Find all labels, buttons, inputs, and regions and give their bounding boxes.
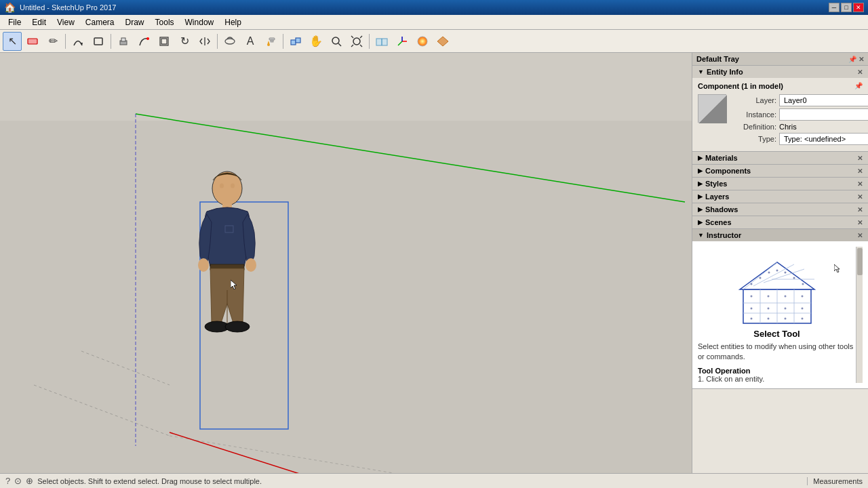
instructor-header[interactable]: ▼ Instructor ✕ [692, 229, 868, 241]
entity-definition-label: Definition: [732, 123, 779, 131]
zoom-tool-button[interactable] [327, 32, 346, 51]
main-area: Default Tray 📌 ✕ ▼ Entity Info ✕ Compone… [0, 53, 868, 473]
menu-file[interactable]: File [3, 16, 26, 28]
entity-layer-label: Layer: [732, 96, 779, 104]
svg-point-66 [784, 308, 786, 310]
svg-point-75 [784, 272, 786, 274]
svg-line-24 [398, 41, 402, 45]
svg-rect-4 [121, 38, 125, 41]
materials-header[interactable]: ▶ Materials ✕ [692, 152, 868, 164]
tray-title: Default Tray [696, 55, 739, 63]
menu-camera[interactable]: Camera [80, 16, 120, 28]
human-figure [183, 168, 271, 397]
followme-tool-button[interactable] [134, 32, 153, 51]
flip-tool-button[interactable] [195, 32, 214, 51]
svg-rect-11 [291, 40, 296, 45]
menu-tools[interactable]: Tools [150, 16, 180, 28]
entity-info-header[interactable]: ▼ Entity Info ✕ [692, 66, 868, 78]
statusbar-left: ? ⊙ ⊕ Select objects. Shift to extend se… [5, 476, 262, 486]
tray-close-icon[interactable]: ✕ [859, 56, 864, 63]
status-info-icon[interactable]: ? [5, 476, 10, 486]
orbit-tool-button[interactable] [220, 32, 239, 51]
svg-line-16 [351, 36, 353, 38]
entity-info-close-icon[interactable]: ✕ [857, 68, 863, 76]
instructor-close-icon[interactable]: ✕ [857, 232, 863, 239]
styles-header[interactable]: ▶ Styles ✕ [692, 178, 868, 190]
svg-marker-50 [740, 262, 814, 289]
select-tool-button[interactable]: ↖ [3, 32, 22, 51]
scenes-header[interactable]: ▶ Scenes ✕ [692, 216, 868, 228]
entity-pin-icon[interactable]: 📌 [854, 82, 863, 90]
hand-tool-button[interactable]: ✋ [307, 32, 326, 51]
rotate-tool-button[interactable]: ↻ [175, 32, 194, 51]
svg-point-15 [353, 38, 360, 45]
pencil-tool-button[interactable]: ✏ [43, 32, 62, 51]
entity-type-select[interactable]: Type: <undefined> [779, 133, 868, 145]
entity-instance-row: Instance: [732, 108, 868, 121]
text-tool-button[interactable]: A [241, 32, 260, 51]
layers-arrow-icon: ▶ [698, 193, 703, 200]
close-button[interactable]: ✕ [853, 3, 864, 12]
scrollbar-thumb[interactable] [857, 248, 863, 275]
status-geo-icon[interactable]: ⊙ [14, 476, 22, 486]
menubar: File Edit View Camera Draw Tools Window … [0, 15, 868, 30]
menu-window[interactable]: Window [180, 16, 220, 28]
right-panel-scrollbar[interactable] [856, 247, 863, 383]
viewport[interactable] [0, 53, 692, 473]
maximize-button[interactable]: □ [841, 3, 852, 12]
svg-point-65 [767, 308, 769, 310]
section-plane-button[interactable] [372, 32, 391, 51]
components-close-icon[interactable]: ✕ [857, 167, 863, 175]
window-controls: ─ □ ✕ [829, 3, 864, 12]
shadows-section: ▶ Shadows ✕ [692, 203, 868, 216]
styles-close-icon[interactable]: ✕ [857, 180, 863, 188]
instructor-arrow-icon: ▼ [698, 232, 704, 239]
minimize-button[interactable]: ─ [829, 3, 840, 12]
status-location-icon[interactable]: ⊕ [26, 476, 33, 486]
entity-definition-row: Definition: Chris [732, 123, 868, 131]
layers-close-icon[interactable]: ✕ [857, 193, 863, 201]
shadows-header[interactable]: ▶ Shadows ✕ [692, 203, 868, 216]
offset-tool-button[interactable] [155, 32, 174, 51]
arc-tool-button[interactable] [68, 32, 87, 51]
menu-edit[interactable]: Edit [26, 16, 52, 28]
svg-point-70 [784, 318, 786, 320]
statusbar-text: Select objects. Shift to extend select. … [37, 477, 262, 485]
shape-tool-button[interactable] [89, 32, 108, 51]
tray-pin-icon[interactable]: 📌 [848, 56, 856, 63]
menu-draw[interactable]: Draw [120, 16, 150, 28]
layers-header[interactable]: ▶ Layers ✕ [692, 190, 868, 203]
zoom-extents-button[interactable] [347, 32, 366, 51]
components-label: Components [705, 167, 751, 175]
pushpull-tool-button[interactable] [114, 32, 133, 51]
toolbar-sep-5 [369, 34, 370, 49]
entity-instance-input[interactable] [779, 108, 868, 121]
menu-view[interactable]: View [52, 16, 80, 28]
menu-help[interactable]: Help [219, 16, 247, 28]
materials-close-icon[interactable]: ✕ [857, 155, 863, 162]
entity-type-label: Type: [732, 135, 779, 143]
right-panel: Default Tray 📌 ✕ ▼ Entity Info ✕ Compone… [692, 53, 868, 473]
component-tool-button[interactable] [286, 32, 305, 51]
scenes-label: Scenes [705, 218, 732, 226]
scenes-close-icon[interactable]: ✕ [857, 219, 863, 226]
entity-type-row: Type: Type: <undefined> [732, 133, 868, 145]
scenes-section: ▶ Scenes ✕ [692, 216, 868, 229]
components-header[interactable]: ▶ Components ✕ [692, 165, 868, 177]
svg-line-14 [338, 43, 341, 46]
svg-line-17 [360, 36, 362, 38]
entity-info-content: Layer: Layer0 Instance: Definition: Chri… [698, 94, 863, 147]
axes-tool-button[interactable] [393, 32, 412, 51]
entity-layer-select[interactable]: Layer0 [779, 94, 868, 106]
eraser-tool-button[interactable] [23, 32, 42, 51]
toolbar-sep-3 [217, 34, 218, 49]
svg-point-69 [767, 318, 769, 320]
tray-header: Default Tray 📌 ✕ [692, 53, 868, 66]
components2-tool-button[interactable] [433, 32, 452, 51]
materials-tool-button[interactable] [413, 32, 432, 51]
shadows-close-icon[interactable]: ✕ [857, 206, 863, 214]
layers-label: Layers [705, 192, 729, 201]
titlebar: 🏠 Untitled - SketchUp Pro 2017 ─ □ ✕ [0, 0, 868, 15]
materials-section: ▶ Materials ✕ [692, 152, 868, 165]
paint-tool-button[interactable] [261, 32, 280, 51]
